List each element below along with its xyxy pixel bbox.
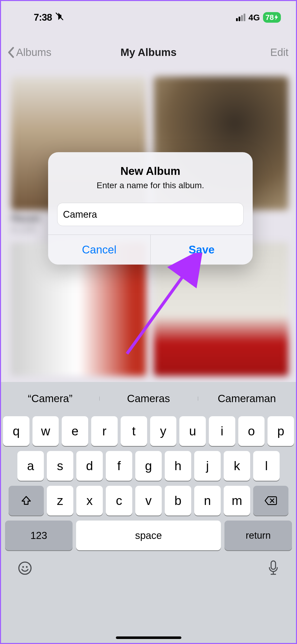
key-u[interactable]: u (179, 416, 206, 446)
key-i[interactable]: i (209, 416, 235, 446)
back-button[interactable]: Albums (7, 46, 51, 58)
key-c[interactable]: c (106, 486, 132, 516)
suggestion-item[interactable]: Cameraman (198, 393, 296, 405)
key-t[interactable]: t (121, 416, 147, 446)
key-w[interactable]: w (32, 416, 59, 446)
shift-icon (21, 495, 32, 506)
dialog-title: New Album (58, 165, 243, 177)
key-v[interactable]: v (135, 486, 162, 516)
ios-keyboard: “Camera” Cameras Cameraman qwertyuiop as… (1, 382, 296, 643)
numbers-key[interactable]: 123 (5, 521, 73, 550)
status-bar: 7:38 4G 78 (1, 1, 296, 29)
key-f[interactable]: f (106, 451, 132, 481)
status-time: 7:38 (34, 12, 52, 23)
key-n[interactable]: n (194, 486, 221, 516)
key-q[interactable]: q (3, 416, 29, 446)
back-label: Albums (16, 46, 51, 58)
mute-icon (55, 12, 64, 23)
suggestion-bar: “Camera” Cameras Cameraman (1, 383, 296, 414)
album-name-input[interactable] (57, 203, 244, 226)
space-key[interactable]: space (76, 521, 221, 550)
nav-bar: Albums My Albums Edit (1, 46, 296, 58)
new-album-dialog: New Album Enter a name for this album. C… (48, 152, 253, 265)
key-m[interactable]: m (224, 486, 250, 516)
svg-line-0 (127, 263, 192, 354)
suggestion-item[interactable]: Cameras (99, 393, 197, 405)
mic-icon (267, 560, 279, 576)
return-key[interactable]: return (224, 521, 292, 550)
suggestion-item[interactable]: “Camera” (1, 393, 99, 405)
annotation-arrow-icon (117, 253, 203, 359)
key-o[interactable]: o (238, 416, 265, 446)
dialog-message: Enter a name for this album. (58, 180, 243, 190)
page-title: My Albums (120, 46, 176, 58)
emoji-icon (18, 561, 32, 575)
key-h[interactable]: h (165, 451, 191, 481)
key-l[interactable]: l (253, 451, 280, 481)
key-x[interactable]: x (76, 486, 103, 516)
svg-rect-4 (271, 561, 276, 569)
svg-point-2 (22, 566, 24, 568)
key-b[interactable]: b (165, 486, 191, 516)
dictation-key[interactable] (267, 560, 279, 579)
key-g[interactable]: g (135, 451, 162, 481)
key-j[interactable]: j (194, 451, 221, 481)
emoji-key[interactable] (18, 561, 32, 579)
key-k[interactable]: k (224, 451, 250, 481)
svg-point-3 (26, 566, 28, 568)
key-s[interactable]: s (47, 451, 73, 481)
key-d[interactable]: d (76, 451, 103, 481)
svg-point-1 (19, 562, 31, 574)
key-z[interactable]: z (47, 486, 73, 516)
backspace-key[interactable] (253, 486, 288, 516)
battery-indicator: 78 (263, 12, 281, 23)
key-e[interactable]: e (62, 416, 88, 446)
shift-key[interactable] (9, 486, 44, 516)
network-label: 4G (248, 13, 260, 22)
key-p[interactable]: p (268, 416, 294, 446)
home-indicator[interactable] (116, 636, 181, 639)
chevron-left-icon (7, 47, 15, 58)
key-r[interactable]: r (91, 416, 118, 446)
key-a[interactable]: a (17, 451, 44, 481)
key-y[interactable]: y (150, 416, 177, 446)
edit-button[interactable]: Edit (270, 46, 288, 58)
backspace-icon (264, 496, 277, 506)
signal-icon (236, 14, 245, 21)
